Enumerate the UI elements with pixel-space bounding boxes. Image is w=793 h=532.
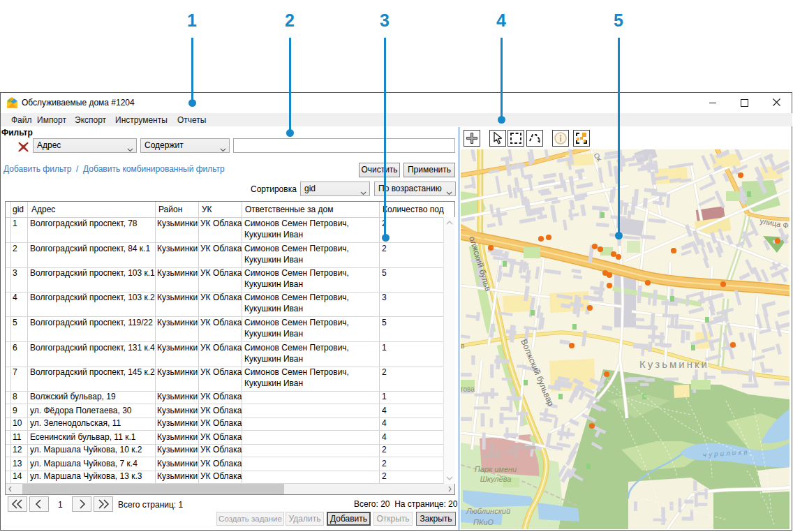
svg-text:Люблинский: Люблинский: [466, 507, 510, 515]
svg-text:Кузьминки: Кузьминки: [639, 358, 709, 370]
svg-text:Шкулёва: Шкулёва: [480, 475, 512, 483]
svg-text:Парк имени: Парк имени: [475, 465, 517, 473]
svg-text:в: в: [461, 342, 464, 350]
svg-text:ПКиО: ПКиО: [473, 518, 494, 526]
svg-text:гова: гова: [461, 385, 475, 393]
